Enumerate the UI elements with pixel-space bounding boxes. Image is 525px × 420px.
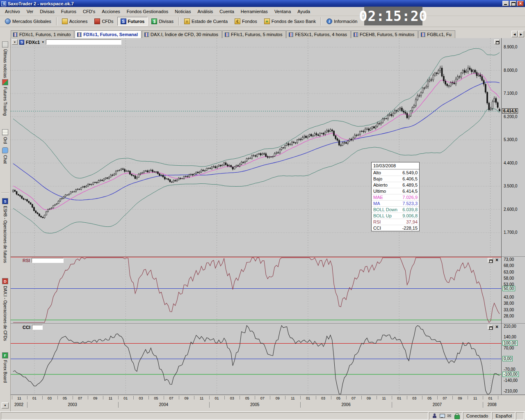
menu-item-ver[interactable]: Ver xyxy=(23,8,37,15)
symbol-caret-icon xyxy=(41,41,44,43)
rsi-pane[interactable]: RSI 73,0068,0063,0058,0053,0050,0043,003… xyxy=(11,256,525,323)
sidebar-item-dax-i-operaciones-de-cfds[interactable]: DAX.I - Operaciones de CFDs xyxy=(0,278,10,341)
toolbar-separator xyxy=(178,17,179,25)
tab-fceh8-futuros-5-minutos[interactable]: FCEH8, Futuros, 5 minutos xyxy=(351,30,418,38)
tab-fdxc1-futuros-semanal[interactable]: FDXc1, Futuros, Semanal xyxy=(75,30,142,38)
menu-item-acciones[interactable]: Acciones xyxy=(98,8,123,15)
sidebar-item-ord[interactable]: Ord xyxy=(0,129,10,144)
tab-scroll-left-icon[interactable] xyxy=(511,31,518,37)
menu-item-cuenta[interactable]: Cuenta xyxy=(216,8,237,15)
menu-item-ayuda[interactable]: Ayuda xyxy=(294,8,313,15)
cci-axis-label: 100,00 xyxy=(502,340,518,346)
toolbar-separator xyxy=(321,17,322,25)
forex-board-icon xyxy=(2,352,8,358)
sidebar-item-futures-trading[interactable]: Futures Trading xyxy=(0,79,10,116)
tab-fdxc1-futuros-1-minuto[interactable]: FDXc1, Futuros, 1 minuto xyxy=(11,30,74,38)
year-label: 2004 xyxy=(155,402,172,407)
tab-ffic1-futuros-5-minutos[interactable]: FFIc1, Futuros, 5 minutos xyxy=(222,30,286,38)
minimize-button[interactable] xyxy=(502,1,509,6)
pane-restore-icon[interactable] xyxy=(494,39,500,44)
forex-icon xyxy=(151,18,157,24)
symbol-label[interactable]: FDXc1 xyxy=(26,40,40,45)
monitor-icon[interactable] xyxy=(440,413,444,418)
sidebar-item-chat[interactable]: Chat xyxy=(0,147,10,164)
month-tick xyxy=(452,396,453,399)
menu-item-noticias[interactable]: Noticias xyxy=(171,8,194,15)
sidebar-item-forex-board[interactable]: Forex Board xyxy=(0,352,10,383)
sidebar-item-esh8-operaciones-de-futuros[interactable]: ESH8 - Operaciones de futuros xyxy=(0,198,10,263)
price-axis-label: 6.200,0 xyxy=(504,114,517,119)
year-separator xyxy=(209,402,210,408)
rsi-chart[interactable] xyxy=(11,257,501,323)
price-axis-label: 8.900,0 xyxy=(504,45,517,49)
chart-icon xyxy=(13,32,18,37)
tab-fesxc1-futuros-4-horas[interactable]: FESXc1, Futuros, 4 horas xyxy=(286,30,351,38)
year-separator xyxy=(300,402,301,408)
pane-restore-icon[interactable] xyxy=(488,325,493,330)
toolbar-button-acciones[interactable]: Acciones xyxy=(59,17,91,26)
toolbar-button-mercados-globales[interactable]: Mercados Globales xyxy=(2,17,55,26)
month-tick xyxy=(316,396,316,399)
status-bar: Conectado Español xyxy=(0,411,525,420)
month-tick xyxy=(57,396,58,399)
cci-pane[interactable]: CCI 210,00140,00100,0070,000,00-70,00-10… xyxy=(11,323,525,395)
toolbar-button-informaci-n[interactable]: Información xyxy=(323,17,361,26)
toolbar-button-estado-de-cuenta[interactable]: Estado de Cuenta xyxy=(181,17,231,26)
month-tick xyxy=(88,396,88,399)
rsi-pane-controls xyxy=(488,258,500,263)
clock-overlay: 02:15:20 xyxy=(364,7,422,25)
chart-dropdown-button[interactable] xyxy=(12,39,18,45)
maximize-button[interactable] xyxy=(510,1,516,6)
dax-icon xyxy=(2,278,8,284)
language-indicator[interactable]: Español xyxy=(492,412,515,420)
close-button[interactable] xyxy=(517,1,524,6)
month-tick xyxy=(240,396,240,399)
month-label: 01 xyxy=(213,396,221,400)
toolbar-button-fondos[interactable]: Fondos xyxy=(231,17,260,26)
month-label: 09 xyxy=(365,396,372,400)
chart-symbol-input[interactable] xyxy=(46,39,121,45)
menu-item-fondos-gestionados[interactable]: Fondos Gestionados xyxy=(123,8,172,15)
toolbar-button-fondos-de-saxo-bank[interactable]: Fondos de Saxo Bank xyxy=(261,17,319,26)
menu-item-divisas[interactable]: Divisas xyxy=(37,8,57,15)
price-chart[interactable] xyxy=(11,38,501,256)
month-tick xyxy=(224,396,225,399)
tab-scroll-right-icon[interactable] xyxy=(518,31,524,37)
up-candles xyxy=(13,68,495,218)
toolbar-button-cfds[interactable]: CFDs xyxy=(91,17,116,26)
menu-item-cfd-s[interactable]: CFD's xyxy=(80,8,98,15)
month-tick xyxy=(468,396,468,399)
menu-item-ventana[interactable]: Ventana xyxy=(271,8,294,15)
cci-chart[interactable] xyxy=(11,324,501,395)
mail-icon[interactable] xyxy=(447,413,452,418)
pane-close-icon[interactable] xyxy=(494,258,500,263)
menu-item-futuros[interactable]: Futuros xyxy=(58,8,80,15)
month-label: 01 xyxy=(487,396,494,400)
menu-item-archivo[interactable]: Archivo xyxy=(2,8,23,15)
tab-fgblc1-fu[interactable]: FGBLc1, Fu xyxy=(418,30,455,38)
user-icon[interactable] xyxy=(432,413,437,418)
stocks-icon xyxy=(62,18,68,24)
chart-window: FDXc1 6.414,5 10/03/2008 Alto6.549,0Bajo… xyxy=(11,38,525,411)
menu-item-an-lisis[interactable]: Análisis xyxy=(194,8,216,15)
cci-axis-label: -140,00 xyxy=(504,378,518,383)
toolbar-button-divisas[interactable]: Divisas xyxy=(148,17,176,26)
pane-restore-icon[interactable] xyxy=(488,258,493,263)
sidebar-scroll-button[interactable] xyxy=(2,402,9,409)
app-icon xyxy=(1,1,6,6)
pane-close-icon[interactable] xyxy=(494,325,500,330)
price-pane[interactable]: FDXc1 6.414,5 10/03/2008 Alto6.549,0Bajo… xyxy=(11,38,525,256)
cci-input[interactable] xyxy=(32,325,43,330)
price-axis-label: 3.500,0 xyxy=(504,184,517,188)
cci-axis-label: -210,00 xyxy=(504,389,518,393)
month-label: 05 xyxy=(61,396,68,400)
tab-dax-i-ndice-de-cfd-30-minutos[interactable]: DAX.I, Índice de CFD, 30 minutos xyxy=(142,30,222,38)
menu-item-herramientas[interactable]: Herramientas xyxy=(237,8,271,15)
rsi-input[interactable] xyxy=(32,258,64,263)
month-tick xyxy=(179,396,179,399)
lock-icon xyxy=(454,413,459,418)
sidebar-item-ltimas-noticias[interactable]: Últimas noticias xyxy=(0,41,10,78)
year-separator xyxy=(392,402,392,408)
month-tick xyxy=(12,396,12,399)
toolbar-button-futuros[interactable]: Futuros xyxy=(117,17,148,26)
